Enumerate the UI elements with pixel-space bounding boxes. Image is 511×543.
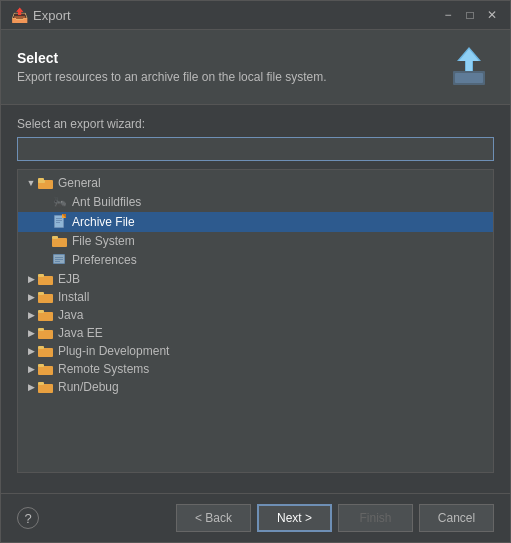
tree-item-plugin-dev[interactable]: ▶ Plug-in Development xyxy=(18,342,493,360)
folder-general-icon xyxy=(38,177,54,189)
spacer xyxy=(38,234,52,248)
export-dialog: 📤 Export − □ ✕ Select Export resources t… xyxy=(0,0,511,543)
svg-rect-14 xyxy=(52,238,67,247)
dialog-header: Select Export resources to an archive fi… xyxy=(1,30,510,105)
finish-button[interactable]: Finish xyxy=(338,504,413,532)
header-title: Select xyxy=(17,50,434,66)
tree-label-install: Install xyxy=(58,290,89,304)
tree-item-archive-file[interactable]: Archive File xyxy=(18,212,493,232)
folder-run-debug-icon xyxy=(38,381,54,393)
action-buttons: < Back Next > Finish Cancel xyxy=(176,504,494,532)
svg-rect-10 xyxy=(56,220,62,221)
svg-rect-18 xyxy=(55,257,63,258)
svg-rect-33 xyxy=(38,384,53,393)
content-section: Select an export wizard: ▼ General xyxy=(1,105,510,473)
tree-label-java: Java xyxy=(58,308,83,322)
help-button[interactable]: ? xyxy=(17,507,39,529)
maximize-button[interactable]: □ xyxy=(462,7,478,23)
tree-item-install[interactable]: ▶ Install xyxy=(18,288,493,306)
back-button[interactable]: < Back xyxy=(176,504,251,532)
svg-marker-3 xyxy=(459,49,479,71)
header-export-icon xyxy=(444,42,494,92)
cancel-button[interactable]: Cancel xyxy=(419,504,494,532)
spacer xyxy=(38,253,52,267)
tree-item-ejb[interactable]: ▶ EJB xyxy=(18,270,493,288)
svg-rect-20 xyxy=(55,261,60,262)
toggle-plugin: ▶ xyxy=(24,344,38,358)
tree-label-preferences: Preferences xyxy=(72,253,137,267)
tree-item-run-debug[interactable]: ▶ Run/Debug xyxy=(18,378,493,396)
tree-item-general[interactable]: ▼ General xyxy=(18,174,493,192)
tree-label-run-debug: Run/Debug xyxy=(58,380,119,394)
tree-item-preferences[interactable]: Preferences xyxy=(18,250,493,270)
window-controls: − □ ✕ xyxy=(440,7,500,23)
svg-rect-24 xyxy=(38,292,44,295)
svg-rect-31 xyxy=(38,366,53,375)
folder-plugin-icon xyxy=(38,345,54,357)
tree-item-java-ee[interactable]: ▶ Java EE xyxy=(18,324,493,342)
prefs-icon xyxy=(52,252,68,268)
tree-item-remote-systems[interactable]: ▶ Remote Systems xyxy=(18,360,493,378)
footer-gap xyxy=(1,473,510,493)
wizard-label: Select an export wizard: xyxy=(17,117,494,131)
svg-rect-30 xyxy=(38,346,44,349)
header-subtitle: Export resources to an archive file on t… xyxy=(17,70,434,84)
wizard-tree: ▼ General 🐜 Ant Buildfile xyxy=(17,169,494,473)
spacer xyxy=(38,215,52,229)
svg-rect-9 xyxy=(56,218,62,219)
tree-label-ejb: EJB xyxy=(58,272,80,286)
folder-java-icon xyxy=(38,309,54,321)
export-title-icon: 📤 xyxy=(11,7,27,23)
svg-rect-11 xyxy=(56,222,60,223)
svg-rect-21 xyxy=(38,276,53,285)
tree-item-ant-buildfiles[interactable]: 🐜 Ant Buildfiles xyxy=(18,192,493,212)
svg-rect-6 xyxy=(38,178,44,181)
toggle-run-debug: ▶ xyxy=(24,380,38,394)
tree-label-archive-file: Archive File xyxy=(72,215,135,229)
svg-rect-8 xyxy=(55,216,63,227)
archive-icon xyxy=(52,214,68,230)
tree-item-file-system[interactable]: File System xyxy=(18,232,493,250)
tree-item-java[interactable]: ▶ Java xyxy=(18,306,493,324)
svg-rect-22 xyxy=(38,274,44,277)
toggle-java-ee: ▶ xyxy=(24,326,38,340)
close-button[interactable]: ✕ xyxy=(484,7,500,23)
header-text: Select Export resources to an archive fi… xyxy=(17,50,434,84)
tree-label-ant-buildfiles: Ant Buildfiles xyxy=(72,195,141,209)
titlebar: 📤 Export − □ ✕ xyxy=(1,1,510,30)
svg-rect-25 xyxy=(38,312,53,321)
folder-ejb-icon xyxy=(38,273,54,285)
ant-icon: 🐜 xyxy=(52,194,68,210)
tree-label-plugin-dev: Plug-in Development xyxy=(58,344,169,358)
folder-java-ee-icon xyxy=(38,327,54,339)
svg-rect-29 xyxy=(38,348,53,357)
toggle-install: ▶ xyxy=(24,290,38,304)
toggle-general: ▼ xyxy=(24,176,38,190)
button-bar: ? < Back Next > Finish Cancel xyxy=(1,493,510,542)
svg-rect-28 xyxy=(38,328,44,331)
svg-rect-15 xyxy=(52,236,58,239)
toggle-remote: ▶ xyxy=(24,362,38,376)
next-button[interactable]: Next > xyxy=(257,504,332,532)
tree-scroll[interactable]: ▼ General 🐜 Ant Buildfile xyxy=(18,170,493,472)
svg-rect-1 xyxy=(455,73,483,83)
svg-rect-19 xyxy=(55,259,63,260)
folder-remote-icon xyxy=(38,363,54,375)
svg-rect-27 xyxy=(38,330,53,339)
titlebar-title: Export xyxy=(33,8,440,23)
toggle-java: ▶ xyxy=(24,308,38,322)
svg-rect-26 xyxy=(38,310,44,313)
folder-filesystem-icon xyxy=(52,235,68,247)
svg-rect-34 xyxy=(38,382,44,385)
toggle-ejb: ▶ xyxy=(24,272,38,286)
minimize-button[interactable]: − xyxy=(440,7,456,23)
folder-install-icon xyxy=(38,291,54,303)
tree-label-file-system: File System xyxy=(72,234,135,248)
tree-label-java-ee: Java EE xyxy=(58,326,103,340)
svg-rect-23 xyxy=(38,294,53,303)
tree-label-general: General xyxy=(58,176,101,190)
svg-rect-32 xyxy=(38,364,44,367)
tree-label-remote-systems: Remote Systems xyxy=(58,362,149,376)
spacer xyxy=(38,195,52,209)
search-input[interactable] xyxy=(17,137,494,161)
